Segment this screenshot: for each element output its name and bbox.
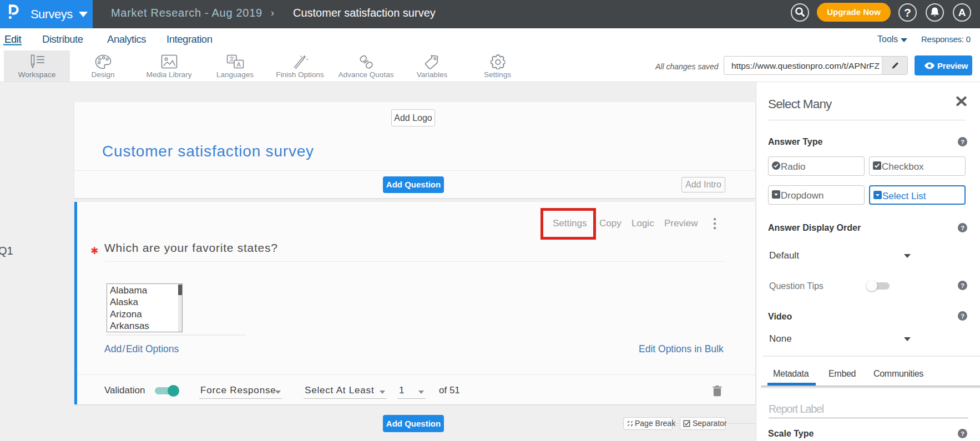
svg-text:?: ? [961,313,964,320]
svg-text:?: ? [961,430,964,437]
svg-text:?: ? [961,282,964,289]
svg-text:?: ? [961,139,964,145]
svg-text:A: A [236,61,241,68]
svg-text:?: ? [961,225,964,231]
